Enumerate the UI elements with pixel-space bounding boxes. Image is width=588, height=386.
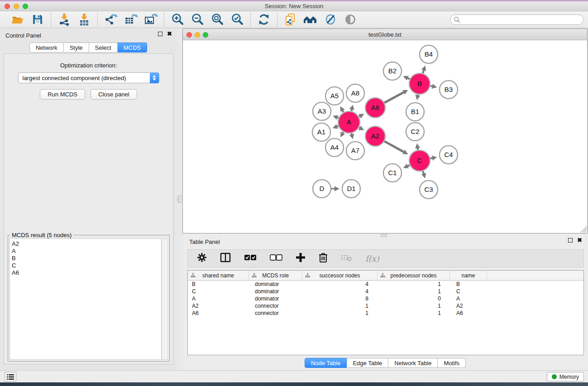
- edge-C-C4[interactable]: [430, 158, 432, 158]
- edge-C-C1[interactable]: [408, 165, 410, 166]
- edge-C-C2[interactable]: [418, 148, 418, 150]
- graph-node-D[interactable]: D: [313, 180, 331, 198]
- table-row[interactable]: Adominator80A: [188, 295, 583, 302]
- new-network-from-selection-icon[interactable]: [282, 13, 299, 26]
- table-row[interactable]: Cdominator41C: [188, 288, 583, 295]
- criterion-dropdown[interactable]: largest connected component (directed): [18, 72, 159, 83]
- network-canvas[interactable]: B4B2BB3A5A8A6B1A3AA1C2A2A4A7C4CC1DD1C3: [183, 40, 587, 233]
- graph-node-C[interactable]: C: [409, 150, 430, 171]
- graph-node-A6[interactable]: A6: [365, 98, 385, 118]
- edge-A-A5[interactable]: [343, 110, 344, 112]
- graph-node-C3[interactable]: C3: [420, 181, 438, 199]
- graph-node-D1[interactable]: D1: [342, 180, 360, 198]
- graph-node-A4[interactable]: A4: [325, 138, 344, 157]
- table-cell: dominator: [249, 288, 302, 295]
- result-list-scrollbar[interactable]: [162, 238, 168, 360]
- deselect-all-icon[interactable]: [269, 253, 283, 264]
- column-header-name[interactable]: name: [450, 271, 487, 280]
- search-input[interactable]: [450, 14, 583, 25]
- graph-node-B[interactable]: B: [409, 73, 430, 94]
- tab-node-table[interactable]: Node Table: [305, 358, 347, 368]
- tab-select[interactable]: Select: [89, 43, 118, 52]
- zoom-in-icon[interactable]: [169, 13, 186, 26]
- mcds-result-list: A2ABCA6: [10, 238, 162, 360]
- graph-node-A7[interactable]: A7: [346, 142, 364, 160]
- tab-edge-table[interactable]: Edge Table: [347, 358, 388, 368]
- edge-A-A2[interactable]: [359, 128, 360, 128]
- column-header-predecessor-nodes[interactable]: predecessor nodes: [378, 271, 450, 280]
- mcds-result-item[interactable]: A2: [12, 240, 161, 248]
- task-history-button[interactable]: [5, 372, 16, 381]
- close-panel-button[interactable]: Close panel: [91, 89, 137, 100]
- mcds-result-item[interactable]: C: [12, 262, 161, 269]
- edge-A6-B[interactable]: [384, 92, 404, 103]
- column-header-shared-name[interactable]: shared name: [188, 271, 249, 280]
- edge-C-C3[interactable]: [423, 171, 424, 174]
- save-session-icon[interactable]: [29, 13, 46, 26]
- graph-node-A5[interactable]: A5: [325, 87, 344, 105]
- import-network-icon[interactable]: [56, 13, 73, 26]
- graph-node-A2[interactable]: A2: [365, 126, 385, 146]
- edge-A-A7[interactable]: [351, 133, 352, 134]
- column-header-MCDS-role[interactable]: MCDS role: [249, 271, 302, 280]
- float-table-panel-icon[interactable]: [568, 238, 573, 243]
- run-mcds-button[interactable]: Run MCDS: [40, 89, 85, 100]
- first-neighbors-icon[interactable]: [302, 13, 319, 26]
- tab-network-table[interactable]: Network Table: [388, 358, 438, 368]
- edge-A-A6[interactable]: [359, 116, 360, 117]
- mcds-result-item[interactable]: A: [12, 248, 161, 255]
- zoom-selected-icon[interactable]: [229, 13, 246, 26]
- graph-node-B3[interactable]: B3: [440, 81, 458, 99]
- mcds-result-item[interactable]: B: [12, 255, 161, 262]
- import-table-icon[interactable]: [76, 13, 93, 26]
- window-resize-grip[interactable]: [580, 226, 587, 233]
- graph-node-C4[interactable]: C4: [440, 146, 458, 164]
- zoom-fit-icon[interactable]: [209, 13, 226, 26]
- tab-style[interactable]: Style: [64, 43, 89, 52]
- graph-node-B1[interactable]: B1: [406, 103, 424, 121]
- export-network-icon[interactable]: [102, 13, 120, 26]
- table-row[interactable]: A2connector11A2: [188, 302, 583, 310]
- edge-B-B4[interactable]: [423, 70, 424, 73]
- table-row[interactable]: A6connector11A6: [188, 310, 583, 317]
- export-table-icon[interactable]: [122, 13, 139, 26]
- graph-node-A3[interactable]: A3: [313, 102, 331, 120]
- close-table-panel-icon[interactable]: ✖: [577, 238, 582, 243]
- show-graphics-details-icon[interactable]: [342, 13, 359, 26]
- gear-icon[interactable]: [196, 252, 207, 265]
- edge-A-A3[interactable]: [337, 118, 338, 118]
- edge-A-A4[interactable]: [343, 132, 343, 133]
- graph-node-A[interactable]: A: [338, 111, 360, 133]
- export-image-icon[interactable]: [142, 13, 159, 26]
- open-file-icon[interactable]: [9, 13, 26, 26]
- graph-node-B4[interactable]: B4: [420, 45, 438, 63]
- tab-network[interactable]: Network: [29, 43, 64, 52]
- column-header-successor-nodes[interactable]: successor nodes: [302, 271, 378, 280]
- edge-B-B3[interactable]: [430, 86, 432, 86]
- float-panel-icon[interactable]: [158, 32, 163, 36]
- mcds-result-box: MCDS result (5 nodes) A2ABCA6: [8, 235, 170, 362]
- table-row[interactable]: Bdominator41B: [188, 281, 583, 288]
- add-column-icon[interactable]: [295, 252, 306, 265]
- select-all-icon[interactable]: [244, 253, 257, 264]
- memory-button[interactable]: Memory: [547, 372, 584, 381]
- mcds-result-item[interactable]: A6: [12, 269, 161, 276]
- zoom-out-icon[interactable]: [189, 13, 206, 26]
- graph-node-C2[interactable]: C2: [406, 123, 424, 141]
- close-panel-icon[interactable]: ✖: [167, 32, 172, 36]
- apply-layout-icon[interactable]: [255, 13, 272, 26]
- edge-A-A8[interactable]: [351, 110, 352, 111]
- edge-A-A1[interactable]: [337, 126, 339, 126]
- split-column-icon[interactable]: [220, 252, 231, 265]
- network-vertical-scrollbar[interactable]: [178, 195, 182, 202]
- graph-node-C1[interactable]: C1: [383, 164, 402, 182]
- graph-node-A1[interactable]: A1: [312, 123, 330, 141]
- graph-node-A8[interactable]: A8: [346, 84, 364, 102]
- tab-mcds[interactable]: MCDS: [118, 43, 147, 52]
- edge-B-B2[interactable]: [408, 78, 410, 79]
- edge-A2-C[interactable]: [384, 141, 404, 152]
- tab-motifs[interactable]: Motifs: [438, 358, 466, 368]
- hide-selected-icon[interactable]: [322, 13, 339, 26]
- graph-node-B2[interactable]: B2: [383, 62, 402, 80]
- delete-column-icon[interactable]: [318, 252, 328, 265]
